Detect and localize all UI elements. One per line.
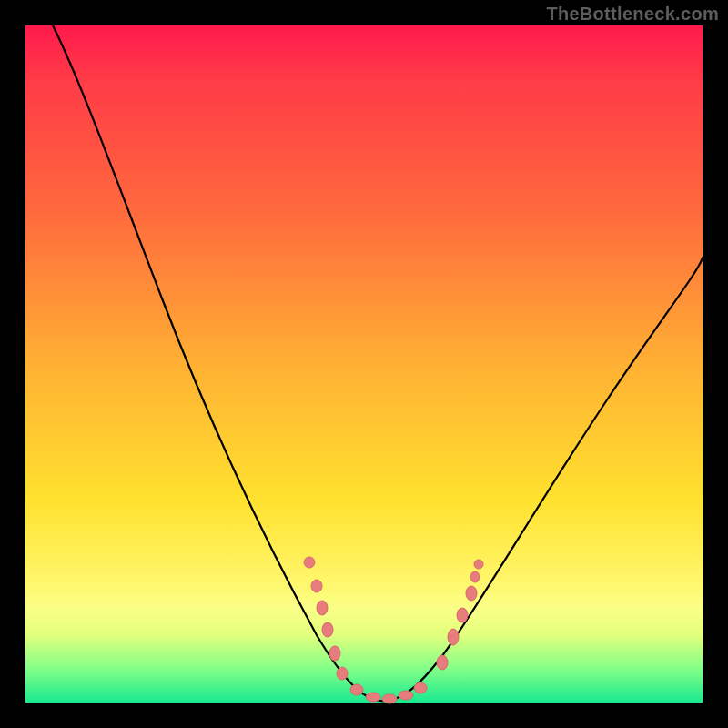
svg-point-12 bbox=[448, 629, 459, 645]
valley-markers bbox=[304, 557, 483, 703]
svg-point-4 bbox=[329, 646, 340, 661]
svg-point-15 bbox=[470, 571, 480, 582]
svg-point-0 bbox=[304, 557, 315, 568]
svg-point-7 bbox=[366, 693, 380, 702]
svg-point-6 bbox=[350, 684, 363, 695]
svg-point-16 bbox=[474, 560, 483, 569]
svg-point-13 bbox=[457, 608, 468, 622]
svg-point-11 bbox=[437, 655, 448, 670]
svg-point-9 bbox=[399, 691, 413, 700]
svg-point-14 bbox=[466, 586, 477, 601]
plot-area bbox=[25, 25, 703, 703]
svg-point-10 bbox=[414, 682, 427, 693]
chart-frame: TheBottleneck.com bbox=[0, 0, 728, 728]
svg-point-5 bbox=[337, 667, 348, 680]
svg-point-3 bbox=[322, 622, 333, 637]
bottleneck-curve bbox=[53, 25, 703, 701]
svg-point-1 bbox=[311, 580, 322, 592]
chart-svg bbox=[25, 25, 703, 703]
svg-point-8 bbox=[382, 694, 397, 703]
watermark-text: TheBottleneck.com bbox=[546, 4, 719, 25]
svg-point-2 bbox=[317, 601, 328, 615]
